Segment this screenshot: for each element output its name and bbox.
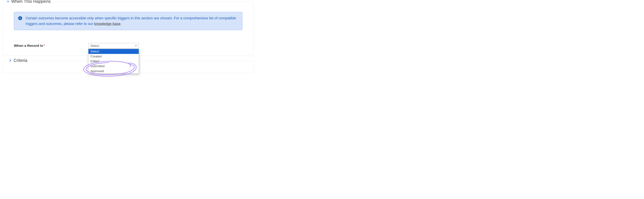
- record-trigger-listbox[interactable]: SelectCreatedEditedSubmittedApproved: [88, 49, 139, 74]
- field-when-a-record-is: When a Record Is* Select SelectCreatedEd…: [14, 43, 242, 49]
- knowledge-base-link[interactable]: knowledge base: [94, 22, 120, 26]
- info-alert-message: Certain outcomes become accessible only …: [26, 16, 238, 27]
- field-label: When a Record Is*: [14, 43, 88, 48]
- record-trigger-option[interactable]: Approved: [88, 69, 139, 74]
- chevron-down-icon: [135, 45, 137, 47]
- record-trigger-option[interactable]: Submitted: [88, 64, 139, 69]
- record-trigger-option[interactable]: Created: [88, 54, 139, 59]
- record-trigger-option[interactable]: Edited: [88, 59, 139, 64]
- chevron-right-icon: [9, 59, 12, 62]
- info-alert: Certain outcomes become accessible only …: [14, 12, 242, 30]
- info-alert-text: Certain outcomes become accessible only …: [26, 16, 236, 26]
- section-header-criteria[interactable]: Criteria: [6, 58, 30, 63]
- section-title: When This Happens: [11, 0, 51, 4]
- info-icon: [18, 16, 22, 20]
- info-alert-text-tail: .: [120, 22, 122, 26]
- section-title: Criteria: [14, 58, 28, 63]
- record-trigger-option[interactable]: Select: [88, 49, 139, 54]
- field-label-text: When a Record Is: [14, 44, 43, 48]
- record-trigger-select-value: Select: [90, 44, 99, 48]
- svg-point-2: [20, 17, 20, 18]
- section-when-this-happens: When This Happens Certain outcomes becom…: [2, 2, 254, 56]
- record-trigger-select: Select SelectCreatedEditedSubmittedAppro…: [88, 43, 139, 49]
- chevron-down-icon: [6, 0, 10, 3]
- record-trigger-select-button[interactable]: Select: [88, 43, 139, 49]
- svg-rect-1: [20, 18, 20, 19]
- section-header-when-this-happens[interactable]: When This Happens: [4, 0, 53, 4]
- required-indicator: *: [44, 44, 45, 48]
